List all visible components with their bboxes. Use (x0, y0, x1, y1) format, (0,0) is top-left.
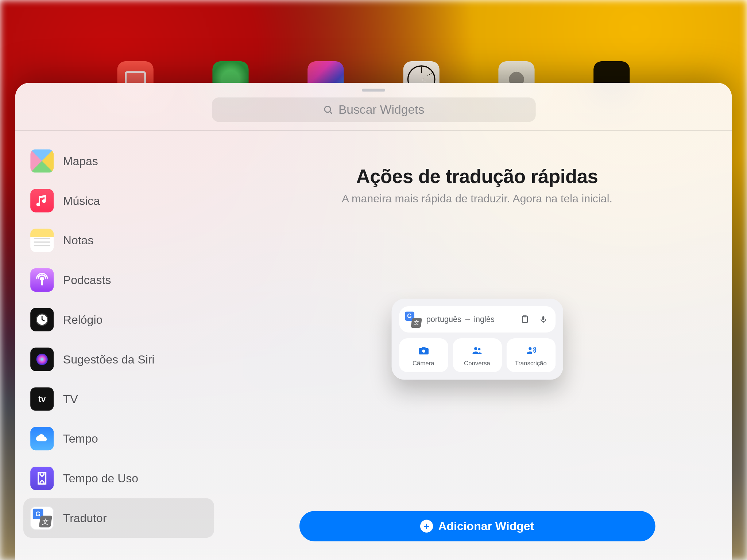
widget-action-camera: Câmera (399, 338, 448, 372)
google-translate-icon: G (405, 311, 421, 328)
sidebar-item-screen-time[interactable]: Tempo de Uso (23, 459, 214, 498)
microphone-icon (537, 315, 549, 324)
clock-icon (30, 308, 54, 331)
maps-icon (30, 149, 54, 173)
sidebar-item-label: Relógio (63, 313, 103, 326)
add-widget-button[interactable]: + Adicionar Widget (299, 511, 655, 541)
svg-line-1 (330, 111, 332, 113)
people-icon (471, 345, 483, 356)
camera-icon (417, 345, 430, 356)
sidebar-item-label: Tempo de Uso (63, 472, 138, 485)
screen-time-icon (30, 467, 54, 490)
sidebar-item-notes[interactable]: Notas (23, 221, 214, 260)
widget-detail-pane: Ações de tradução rápidas A maneira mais… (222, 131, 732, 560)
widget-action-conversation: Conversa (453, 338, 502, 372)
siri-icon (30, 348, 54, 371)
sidebar-item-label: Mapas (63, 154, 98, 168)
add-widget-label: Adicionar Widget (438, 520, 534, 533)
widget-action-label: Câmera (413, 359, 434, 366)
weather-icon (30, 427, 54, 450)
widget-preview[interactable]: G português → inglês (391, 299, 563, 380)
notes-icon (30, 229, 54, 252)
sheet-grabber[interactable] (362, 89, 385, 92)
music-icon (30, 189, 54, 212)
language-from: português (426, 315, 461, 324)
sidebar-item-label: Notas (63, 234, 94, 247)
sidebar-item-label: Podcasts (63, 273, 111, 287)
search-placeholder: Buscar Widgets (338, 103, 424, 117)
sidebar-item-music[interactable]: Música (23, 181, 214, 221)
sidebar-item-clock[interactable]: Relógio (23, 300, 214, 339)
sidebar-item-maps[interactable]: Mapas (23, 141, 214, 181)
sidebar-item-label: Tempo (63, 432, 98, 446)
sidebar-item-siri-suggestions[interactable]: Sugestões da Siri (23, 339, 214, 379)
sidebar-item-weather[interactable]: Tempo (23, 419, 214, 459)
language-to: inglês (474, 315, 494, 324)
svg-point-11 (478, 348, 480, 350)
google-translate-icon: G (30, 506, 54, 530)
sidebar-item-podcasts[interactable]: Podcasts (23, 260, 214, 300)
svg-point-12 (529, 347, 531, 350)
sidebar-item-label: Sugestões da Siri (63, 353, 155, 366)
apple-tv-icon: tv (30, 387, 54, 411)
svg-point-0 (325, 106, 330, 112)
arrow-right-icon: → (464, 315, 472, 324)
clipboard-icon (519, 314, 531, 324)
widget-action-label: Transcrição (515, 359, 547, 366)
plus-circle-icon: + (420, 520, 433, 533)
language-pair: português → inglês (426, 315, 513, 324)
podcasts-icon (30, 268, 54, 292)
sidebar-item-label: Tradutor (63, 511, 107, 525)
sidebar-item-label: TV (63, 392, 78, 406)
sidebar-item-tv[interactable]: tv TV (23, 379, 214, 419)
sidebar-item-translator[interactable]: G Tradutor (23, 498, 214, 538)
widget-title: Ações de tradução rápidas (356, 166, 598, 188)
search-icon (323, 104, 334, 115)
widget-action-transcription: Transcrição (506, 338, 555, 372)
widget-subtitle: A maneira mais rápida de traduzir. Agora… (342, 192, 612, 205)
widget-source-sidebar[interactable]: Mapas Música Notas Podcasts (15, 131, 222, 560)
widget-preview-language-bar: G português → inglês (399, 306, 556, 332)
svg-point-9 (422, 349, 425, 353)
svg-point-4 (36, 354, 48, 365)
svg-point-10 (474, 347, 477, 350)
transcribe-icon (525, 345, 537, 356)
search-input[interactable]: Buscar Widgets (212, 97, 535, 122)
widget-gallery-sheet: Buscar Widgets Mapas Música Notas (15, 83, 732, 560)
sidebar-item-label: Música (63, 194, 100, 207)
svg-rect-8 (542, 316, 544, 320)
widget-action-label: Conversa (464, 359, 490, 366)
